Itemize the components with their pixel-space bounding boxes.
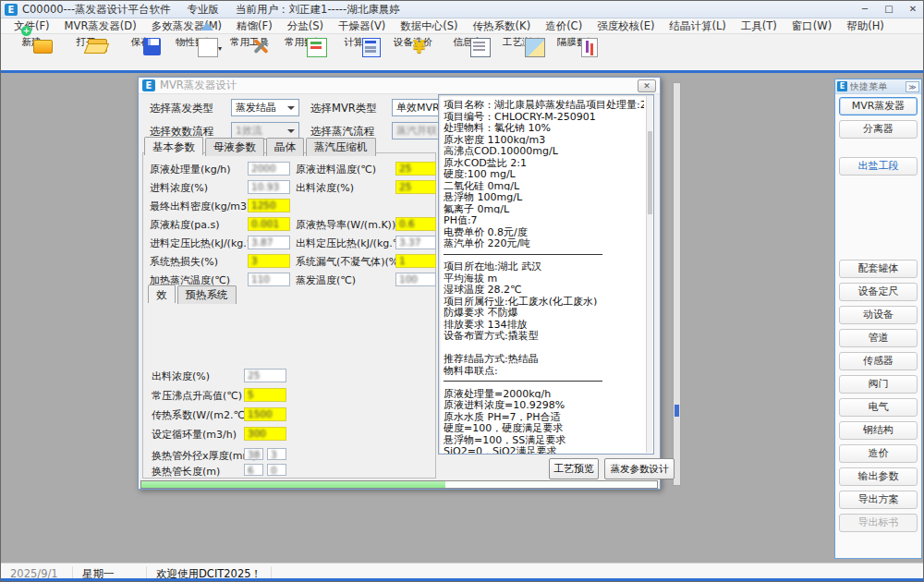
- field-input[interactable]: 100: [395, 273, 436, 286]
- field-value: 5: [248, 389, 254, 400]
- application-window: E C00000---蒸发器设计平台软件 专业版 当前用户：刘正建1-----湖…: [0, 0, 924, 582]
- dialog-titlebar[interactable]: E MVR蒸发器设计 ✕: [139, 78, 660, 94]
- field-input[interactable]: 25: [395, 162, 436, 176]
- field-value: 25: [399, 181, 411, 192]
- tab[interactable]: 预热系统: [177, 285, 237, 304]
- quick-salt-section-button[interactable]: 出盐工段: [839, 157, 918, 176]
- menu-dryer[interactable]: 干燥器(V): [331, 18, 393, 34]
- effect-form: 出料浓度(%) 25 常压沸点升高值(℃) 5 传热系数(W/(m2.℃)) 1…: [139, 368, 434, 445]
- dialog-close-button[interactable]: ✕: [638, 79, 656, 92]
- effect-tabs: 效预热系统: [148, 285, 238, 304]
- membrane-data-button[interactable]: 隔膜数据: [553, 36, 600, 49]
- quick-piping-button[interactable]: 管道: [839, 329, 918, 347]
- menu-multi-effect-evaporator[interactable]: 多效蒸发器(M): [144, 18, 229, 34]
- menu-bar: 文件(F)MVR蒸发器(D)多效蒸发器(M)精馏(F)分盐(S)干燥器(V)数据…: [1, 18, 924, 34]
- info-line: 防爆要求 不防爆: [444, 306, 644, 318]
- field-input[interactable]: 3: [267, 448, 286, 460]
- parameter-tabs: 基本参数母液参数晶体蒸汽压缩机: [144, 138, 378, 156]
- menu-distillation[interactable]: 精馏(F): [229, 18, 280, 34]
- quick-export-plan-button[interactable]: 导出方案: [839, 491, 918, 509]
- new-button[interactable]: 新建: [8, 36, 55, 49]
- field-input[interactable]: 0: [267, 464, 286, 476]
- field-input[interactable]: 3.87: [248, 236, 290, 249]
- quick-electrical-button[interactable]: 电气: [839, 398, 918, 417]
- close-button[interactable]: ✕: [905, 3, 921, 16]
- tab[interactable]: 母液参数: [205, 138, 264, 156]
- quick-mvr-evaporator-button[interactable]: MVR蒸发器: [839, 97, 918, 115]
- field-input[interactable]: 3.37: [395, 236, 436, 249]
- field-value: 110: [251, 273, 270, 285]
- menu-data-center[interactable]: 数据中心(S): [393, 18, 465, 34]
- property-data-button[interactable]: ▾ 物性数据: [172, 36, 218, 49]
- open-button[interactable]: 打开: [63, 36, 109, 49]
- maximize-button[interactable]: □: [881, 3, 897, 16]
- field-input[interactable]: 300: [244, 427, 286, 441]
- field-input[interactable]: 0.6: [395, 217, 436, 231]
- menu-tools[interactable]: 工具(T): [734, 18, 784, 34]
- field-input[interactable]: 2000: [248, 162, 290, 176]
- tab[interactable]: 晶体: [266, 138, 304, 156]
- info-line: 项目所属行业:化工废水(化工废水): [444, 295, 644, 307]
- quick-sensors-button[interactable]: 传感器: [839, 352, 918, 370]
- equipment-price-button[interactable]: 设备造价: [390, 36, 436, 49]
- field-input[interactable]: 5: [244, 388, 286, 402]
- scrollbar-thumb[interactable]: [675, 405, 679, 417]
- background-vertical-scrollbar[interactable]: [673, 82, 681, 486]
- evaporation-design-button[interactable]: 蒸发参数设计: [604, 458, 675, 479]
- menu-file[interactable]: 文件(F): [6, 18, 57, 34]
- quick-separator-button[interactable]: 分离器: [839, 120, 918, 139]
- info-line: 推荐结晶方式:热结晶: [444, 352, 644, 364]
- collapse-chevrons-icon[interactable]: ≫: [906, 81, 919, 92]
- process-preview-button[interactable]: 工艺预览: [549, 458, 599, 479]
- menu-strength-check[interactable]: 强度校核(E): [590, 18, 662, 34]
- info-library-button[interactable]: 信息库: [444, 36, 491, 49]
- info-line: 项目名称：湖北康晨婷蒸发结晶项目处理量:2000kg/h: [444, 98, 644, 110]
- menu-salt-separation[interactable]: 分盐(S): [280, 18, 331, 34]
- menu-mvr-evaporator[interactable]: MVR蒸发器(D): [57, 18, 144, 34]
- field-value: 25: [399, 163, 411, 174]
- field-label: 蒸发温度(℃): [296, 273, 356, 287]
- process-view-button[interactable]: 工艺浏览: [499, 36, 545, 49]
- quick-cost-button[interactable]: 造价: [839, 444, 918, 463]
- field-input[interactable]: 10.93: [248, 180, 290, 194]
- field-input[interactable]: 0.001: [248, 217, 290, 231]
- field-label: 设定循环量(m3/h): [152, 428, 237, 442]
- form-row: 换热管长度(m) 6 0: [139, 464, 434, 479]
- field-label: 换热管外径x厚度(mm): [152, 449, 257, 463]
- tab[interactable]: 蒸汽压缩机: [306, 138, 376, 156]
- menu-crystallization-calc[interactable]: 结晶计算(L): [662, 18, 733, 34]
- calculator-button[interactable]: 计算器: [335, 36, 382, 49]
- field-input[interactable]: 6: [244, 464, 263, 476]
- common-tools-button[interactable]: 常用工具: [226, 36, 273, 49]
- quick-steel-structure-button[interactable]: 钢结构: [839, 421, 918, 440]
- quick-tanks-button[interactable]: 配套罐体: [839, 260, 918, 278]
- field-input[interactable]: 3: [248, 254, 290, 268]
- field-input[interactable]: 25: [244, 369, 286, 382]
- evaporation-type-select[interactable]: 蒸发结晶: [231, 99, 299, 116]
- field-input[interactable]: 25: [395, 180, 436, 194]
- info-line: 硬度=100，硬度满足要求: [444, 421, 644, 433]
- save-button[interactable]: 保存: [117, 36, 164, 49]
- quick-export-tender-button[interactable]: 导出标书: [839, 514, 918, 532]
- tab[interactable]: 基本参数: [144, 137, 203, 155]
- field-input[interactable]: 1250: [248, 199, 290, 212]
- field-label: 传热系数(W/(m2.℃)): [152, 408, 252, 422]
- quick-dynamic-equipment-button[interactable]: 动设备: [839, 306, 918, 324]
- menu-cost[interactable]: 造价(C): [538, 18, 590, 34]
- field-input[interactable]: 110: [248, 273, 290, 286]
- minimize-button[interactable]: ─: [857, 3, 873, 16]
- common-data-button[interactable]: 常用数据: [281, 36, 327, 49]
- quick-output-params-button[interactable]: 输出参数: [839, 467, 918, 486]
- field-input[interactable]: 1500: [244, 407, 286, 421]
- edition-label: 专业版: [188, 3, 220, 17]
- menu-help[interactable]: 帮助(H): [839, 18, 892, 34]
- field-input[interactable]: 1: [395, 254, 436, 268]
- field-value: 300: [248, 428, 266, 439]
- quick-equipment-sizing-button[interactable]: 设备定尺: [839, 283, 918, 301]
- menu-heat-transfer-coefficient[interactable]: 传热系数(K): [466, 18, 539, 34]
- tab[interactable]: 效: [148, 285, 176, 303]
- menu-window[interactable]: 窗口(W): [784, 18, 839, 34]
- field-value: 25: [248, 370, 260, 381]
- quick-valves-button[interactable]: 阀门: [839, 375, 918, 394]
- field-input[interactable]: 38: [244, 448, 263, 460]
